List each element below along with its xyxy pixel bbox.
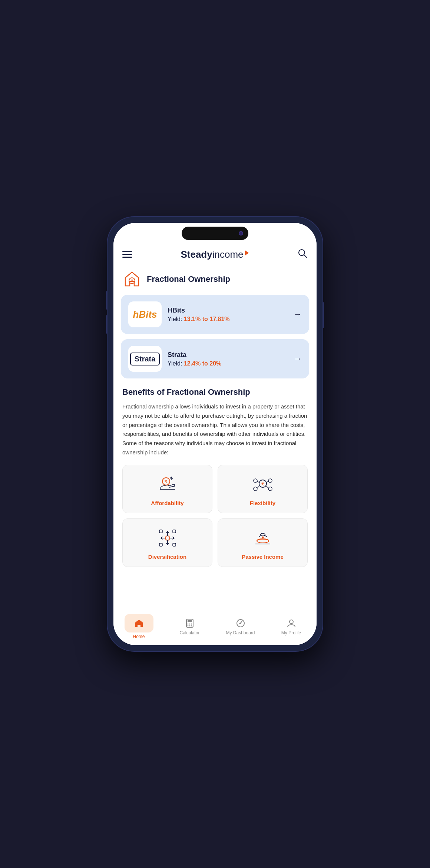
svg-point-33	[240, 622, 241, 624]
svg-point-8	[254, 479, 257, 483]
passive-income-card: Passive Income	[218, 518, 308, 567]
calculator-icon	[184, 618, 195, 629]
menu-line-1	[122, 251, 132, 252]
benefits-description: Fractional ownership allows individuals …	[122, 402, 308, 457]
strata-arrow-icon: →	[294, 354, 302, 364]
svg-rect-17	[159, 530, 162, 533]
profile-icon	[286, 618, 297, 629]
svg-text:₹: ₹	[131, 279, 133, 283]
house-rupee-icon: ₹	[122, 270, 142, 289]
svg-point-31	[191, 625, 192, 627]
bottom-navigation: Home Calculator	[113, 610, 317, 645]
flexibility-card: ₹ Flexibility	[218, 465, 308, 513]
logo-income: income	[212, 249, 244, 260]
nav-calculator-label: Calculator	[179, 630, 199, 635]
nav-profile[interactable]: My Profile	[266, 618, 317, 635]
affordability-label: Affordability	[151, 500, 183, 506]
page-title: Fractional Ownership	[147, 274, 230, 284]
strata-yield-value: 12.4% to 20%	[184, 360, 221, 367]
home-icon	[133, 618, 145, 629]
benefits-section: Benefits of Fractional Ownership Fractio…	[113, 378, 317, 573]
logo-arrow-icon	[245, 250, 249, 256]
menu-line-2	[122, 254, 132, 255]
strata-logo: Strata	[128, 346, 162, 372]
svg-point-28	[191, 624, 192, 625]
section-header: ₹ Fractional Ownership	[113, 265, 317, 295]
flexibility-label: Flexibility	[250, 500, 275, 506]
hbits-arrow-icon: →	[294, 310, 302, 319]
logo-steady: Steady	[181, 249, 212, 260]
svg-point-10	[254, 487, 257, 491]
svg-line-15	[266, 486, 268, 488]
search-button[interactable]	[297, 248, 308, 261]
hbits-yield: Yield: 13.1% to 17.81%	[168, 316, 288, 323]
nav-calculator[interactable]: Calculator	[164, 618, 215, 635]
nav-home-label: Home	[133, 634, 145, 639]
dashboard-icon	[235, 618, 246, 629]
svg-rect-18	[173, 530, 176, 533]
strata-card[interactable]: Strata Strata Yield: 12.4% to 20% →	[121, 339, 309, 378]
notch	[182, 227, 248, 240]
nav-home-bg	[125, 614, 153, 632]
strata-logo-text: Strata	[130, 353, 160, 365]
svg-line-1	[304, 255, 307, 257]
passive-income-icon	[252, 527, 274, 549]
svg-point-9	[268, 479, 272, 483]
nav-dashboard[interactable]: My Dashboard	[215, 618, 266, 635]
svg-rect-25	[188, 620, 192, 622]
app-logo: Steadyincome	[181, 249, 248, 260]
svg-point-16	[165, 536, 170, 540]
affordability-icon: ₹	[156, 473, 179, 495]
platform-list: hBits HBits Yield: 13.1% to 17.81% → Str…	[113, 295, 317, 378]
svg-point-30	[189, 625, 190, 627]
hbits-logo: hBits	[128, 301, 162, 327]
front-camera	[239, 231, 243, 236]
hbits-info: HBits Yield: 13.1% to 17.81%	[168, 307, 288, 323]
hbits-yield-value: 13.1% to 17.81%	[184, 316, 230, 322]
svg-point-27	[189, 624, 190, 625]
svg-rect-19	[159, 543, 162, 546]
svg-rect-20	[173, 543, 176, 546]
app-header: Steadyincome	[113, 242, 317, 265]
svg-text:₹: ₹	[261, 482, 264, 486]
hbits-name: HBits	[168, 307, 288, 314]
hbits-card[interactable]: hBits HBits Yield: 13.1% to 17.81% →	[121, 295, 309, 334]
nav-dashboard-label: My Dashboard	[226, 630, 255, 635]
benefits-title: Benefits of Fractional Ownership	[122, 387, 308, 397]
svg-text:₹: ₹	[165, 480, 167, 484]
svg-point-21	[257, 539, 269, 543]
svg-point-29	[187, 625, 188, 627]
strata-yield: Yield: 12.4% to 20%	[168, 360, 288, 367]
nav-home[interactable]: Home	[113, 614, 164, 639]
menu-line-3	[122, 257, 132, 258]
diversification-label: Diversification	[148, 554, 186, 560]
benefit-grid: ₹ Affordability	[122, 465, 308, 567]
nav-profile-label: My Profile	[281, 630, 301, 635]
passive-income-label: Passive Income	[242, 554, 284, 560]
svg-point-22	[262, 536, 264, 538]
svg-point-26	[187, 624, 188, 625]
diversification-card: Diversification	[122, 518, 212, 567]
hbits-yield-label: Yield:	[168, 316, 184, 322]
svg-line-14	[257, 486, 259, 488]
strata-info: Strata Yield: 12.4% to 20%	[168, 351, 288, 367]
strata-name: Strata	[168, 351, 288, 359]
hbits-logo-text: hBits	[133, 309, 157, 320]
affordability-card: ₹ Affordability	[122, 465, 212, 513]
svg-point-34	[290, 620, 293, 624]
strata-yield-label: Yield:	[168, 360, 184, 367]
svg-point-11	[268, 487, 272, 491]
diversification-icon	[156, 527, 179, 549]
flexibility-icon: ₹	[252, 473, 274, 495]
menu-button[interactable]	[122, 251, 132, 258]
notch-bar	[113, 223, 317, 242]
screen-content: Steadyincome ₹ Fractional Ownership	[113, 242, 317, 610]
